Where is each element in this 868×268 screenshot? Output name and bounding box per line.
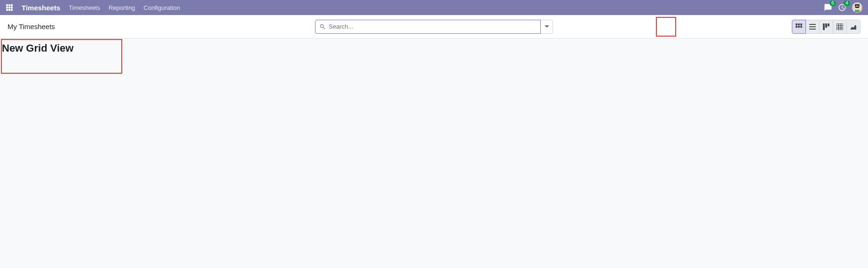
svg-rect-24 (823, 23, 825, 30)
svg-rect-17 (800, 23, 802, 25)
graph-icon (850, 23, 857, 30)
search-input[interactable] (329, 23, 537, 30)
svg-rect-1 (8, 4, 10, 6)
search-container (315, 20, 553, 34)
main-content: New Grid View (0, 38, 868, 58)
svg-rect-14 (855, 10, 860, 12)
empty-area (0, 58, 868, 251)
svg-rect-5 (11, 7, 13, 8)
user-avatar[interactable] (852, 2, 862, 13)
list-icon (809, 23, 816, 30)
view-list-button[interactable] (805, 20, 820, 34)
view-switcher (792, 20, 860, 34)
control-bar: My Timesheets (0, 15, 868, 38)
svg-rect-18 (796, 26, 797, 28)
svg-rect-19 (798, 26, 800, 28)
search-icon (319, 23, 326, 30)
nav-menu-reporting[interactable]: Reporting (109, 4, 135, 11)
svg-rect-23 (809, 29, 816, 30)
breadcrumb-title: My Timesheets (8, 23, 55, 31)
apps-icon[interactable] (6, 4, 13, 11)
svg-rect-27 (836, 23, 843, 30)
svg-rect-0 (6, 4, 8, 6)
top-navbar: Timesheets Timesheets Reporting Configur… (0, 0, 868, 15)
svg-rect-13 (855, 7, 860, 8)
activities-button[interactable]: 4 (838, 3, 846, 12)
activities-badge: 4 (844, 0, 850, 6)
svg-rect-16 (798, 23, 800, 25)
kanban-icon (823, 23, 829, 30)
messages-button[interactable]: 6 (824, 3, 832, 12)
svg-rect-8 (11, 9, 13, 11)
svg-rect-25 (825, 23, 827, 28)
nav-left: Timesheets Timesheets Reporting Configur… (6, 4, 180, 12)
svg-rect-3 (6, 7, 8, 8)
svg-rect-21 (809, 24, 816, 25)
view-grid-button[interactable] (792, 20, 806, 34)
avatar-icon (852, 2, 862, 13)
view-kanban-button[interactable] (819, 20, 833, 34)
nav-right: 6 4 (824, 2, 862, 13)
nav-menu-timesheets[interactable]: Timesheets (69, 4, 100, 11)
search-dropdown-toggle[interactable] (541, 20, 553, 34)
svg-rect-20 (800, 26, 802, 28)
app-brand[interactable]: Timesheets (22, 4, 60, 12)
view-graph-button[interactable] (846, 20, 860, 34)
svg-rect-4 (8, 7, 10, 8)
messages-badge: 6 (829, 0, 836, 6)
grid-icon (796, 23, 802, 30)
svg-rect-22 (809, 26, 816, 27)
content-heading: New Grid View (0, 38, 868, 58)
svg-rect-2 (11, 4, 13, 6)
view-pivot-button[interactable] (833, 20, 847, 34)
svg-rect-6 (6, 9, 8, 11)
caret-down-icon (544, 24, 549, 29)
svg-rect-26 (828, 23, 829, 26)
search-box[interactable] (315, 20, 541, 34)
nav-menu-configuration[interactable]: Configuration (143, 4, 180, 11)
svg-rect-7 (8, 9, 10, 11)
svg-rect-15 (796, 23, 797, 25)
pivot-icon (836, 23, 843, 30)
